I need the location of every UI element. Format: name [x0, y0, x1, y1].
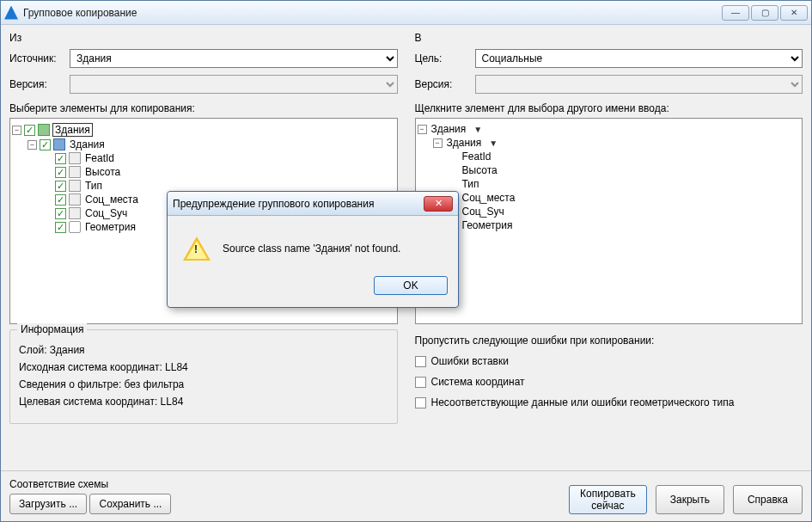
window-title: Групповое копирование — [23, 7, 722, 19]
tree-prop-node: Соц_места — [449, 191, 801, 205]
from-version-label: Версия: — [9, 78, 70, 90]
load-mapping-button[interactable]: Загрузить ... — [9, 494, 87, 514]
info-dst-cs: Целевая система координат: LL84 — [19, 396, 388, 408]
tree-class-node: − Здания ▼ — [433, 136, 801, 150]
tree-prop-node: Соц_Sуч — [449, 205, 801, 218]
app-icon — [4, 6, 18, 20]
checkbox-icon[interactable] — [40, 139, 51, 150]
maximize-button[interactable]: ▢ — [751, 5, 778, 21]
tree-prop-node: FeatId — [43, 151, 395, 165]
skip-geom-checkbox[interactable] — [415, 397, 426, 408]
checkbox-icon[interactable] — [55, 222, 66, 233]
collapse-icon[interactable]: − — [12, 126, 21, 135]
info-filter: Сведения о фильтре: без фильтра — [19, 378, 388, 390]
checkbox-icon[interactable] — [55, 194, 66, 206]
warning-icon: ! — [183, 235, 211, 262]
warning-dialog: Предупреждение группового копирования ✕ … — [167, 191, 459, 308]
from-tree-label: Выберите элементы для копирования: — [9, 102, 398, 114]
tree-prop-node: Тип — [449, 177, 801, 191]
class-name[interactable]: Здания — [445, 137, 484, 149]
tree-prop-node: Геометрия — [449, 218, 801, 232]
from-header: Из — [9, 32, 398, 44]
skip-errors-group: Пропустить следующие ошибки при копирова… — [415, 329, 803, 417]
dialog-ok-button[interactable]: OK — [374, 276, 448, 295]
chevron-down-icon[interactable]: ▼ — [489, 138, 498, 148]
tree-schema-node: − Здания ▼ — [418, 122, 801, 136]
collapse-icon[interactable]: − — [27, 140, 37, 150]
class-icon — [53, 138, 65, 150]
help-button[interactable]: Справка — [733, 485, 803, 514]
save-mapping-button[interactable]: Сохранить ... — [89, 494, 171, 514]
to-version-select — [475, 75, 803, 94]
checkbox-icon[interactable] — [24, 125, 35, 136]
property-icon — [69, 152, 81, 164]
target-select[interactable]: Социальные — [475, 49, 803, 68]
skip-geom-label: Несоответствующие данные или ошибки геом… — [431, 396, 735, 408]
tree-prop-node: Высота — [43, 165, 395, 179]
geometry-icon — [69, 221, 81, 233]
window-close-button[interactable]: ✕ — [780, 5, 808, 21]
to-header: В — [415, 32, 803, 44]
schema-icon — [38, 124, 50, 136]
to-panel: В Цель: Социальные Версия: Щелкните элем… — [415, 30, 803, 424]
dialog-message: Source class name 'Здания' not found. — [223, 243, 400, 255]
skip-header: Пропустить следующие ошибки при копирова… — [415, 335, 803, 347]
to-tree-label: Щелкните элемент для выбора другого имен… — [415, 102, 803, 114]
to-tree[interactable]: − Здания ▼ − Здания ▼ FeatId — [415, 118, 803, 324]
checkbox-icon[interactable] — [55, 153, 66, 164]
checkbox-icon[interactable] — [55, 181, 66, 192]
checkbox-icon[interactable] — [55, 167, 66, 178]
dialog-titlebar[interactable]: Предупреждение группового копирования ✕ — [168, 192, 458, 216]
copy-now-button[interactable]: Копировать сейчас — [569, 485, 647, 514]
tree-prop-node: Высота — [449, 163, 801, 177]
collapse-icon[interactable]: − — [433, 138, 443, 148]
dialog-close-button[interactable]: ✕ — [424, 196, 453, 212]
to-version-label: Версия: — [415, 78, 475, 90]
footer: Соответствие схемы Загрузить ... Сохрани… — [1, 470, 811, 521]
schema-mapping-label: Соответствие схемы — [9, 478, 171, 490]
class-name[interactable]: Здания — [68, 138, 107, 150]
schema-name-edit[interactable]: Здания — [52, 123, 93, 137]
tree-prop-node: FeatId — [449, 150, 801, 163]
info-src-cs: Исходная система координат: LL84 — [19, 361, 388, 373]
info-legend: Информация — [17, 323, 87, 335]
skip-cs-label: Система координат — [431, 376, 525, 388]
target-label: Цель: — [415, 52, 475, 64]
close-button[interactable]: Закрыть — [656, 485, 724, 514]
minimize-button[interactable]: — — [722, 5, 749, 21]
titlebar[interactable]: Групповое копирование — ▢ ✕ — [1, 1, 811, 25]
property-icon — [69, 180, 81, 192]
skip-insert-label: Ошибки вставки — [431, 355, 509, 367]
schema-name[interactable]: Здания — [430, 123, 468, 135]
info-group: Информация Слой: Здания Исходная система… — [9, 329, 398, 424]
property-icon — [69, 207, 81, 219]
property-icon — [69, 166, 81, 178]
source-select[interactable]: Здания — [70, 49, 398, 68]
tree-schema-node: − Здания — [12, 122, 395, 138]
source-label: Источник: — [9, 52, 70, 64]
collapse-icon[interactable]: − — [418, 125, 427, 134]
info-layer: Слой: Здания — [19, 344, 388, 356]
skip-insert-checkbox[interactable] — [415, 356, 426, 367]
tree-class-node: − Здания — [27, 138, 395, 151]
chevron-down-icon[interactable]: ▼ — [473, 125, 482, 134]
from-version-select — [70, 75, 398, 94]
skip-cs-checkbox[interactable] — [415, 377, 426, 388]
checkbox-icon[interactable] — [55, 208, 66, 219]
property-icon — [69, 193, 81, 206]
dialog-title: Предупреждение группового копирования — [173, 198, 424, 210]
